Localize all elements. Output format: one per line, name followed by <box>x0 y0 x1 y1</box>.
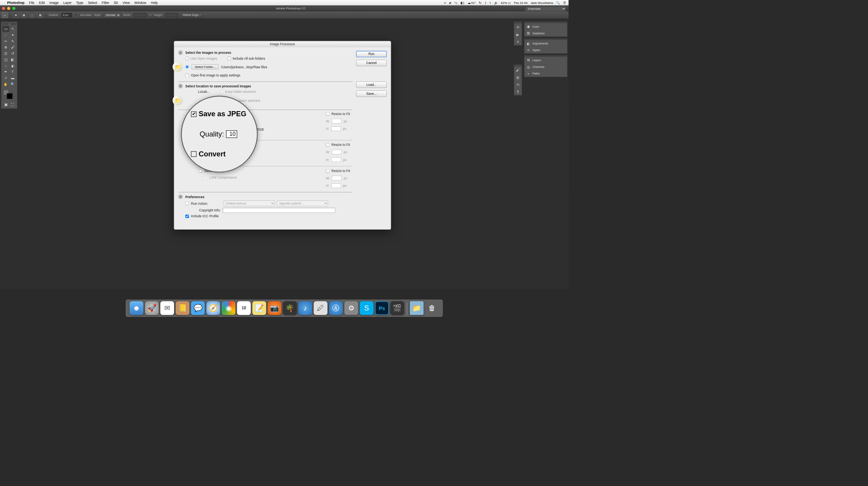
save-tiff-checkbox[interactable] <box>199 169 202 172</box>
include-subfolders-checkbox[interactable] <box>228 57 231 60</box>
select-folder-radio[interactable] <box>185 65 189 69</box>
color-swatches[interactable] <box>2 90 16 100</box>
messages-icon[interactable]: 💬 <box>191 301 205 315</box>
dodge-tool-icon[interactable]: ◐ <box>9 62 16 69</box>
notes-icon[interactable]: 📝 <box>252 301 266 315</box>
brush-panel-icon[interactable]: 🖌 <box>514 67 522 74</box>
tiff-resize-checkbox[interactable] <box>326 169 329 172</box>
safari-icon[interactable]: 🧭 <box>206 301 220 315</box>
skype-icon[interactable]: S <box>360 301 374 315</box>
run-button[interactable]: Run <box>356 51 387 57</box>
appstore-icon[interactable]: Ⓐ <box>329 301 343 315</box>
new-selection-icon[interactable]: ■ <box>13 12 18 18</box>
blur-tool-icon[interactable]: ○ <box>2 62 9 69</box>
use-open-images-radio[interactable] <box>185 57 189 60</box>
properties-icon[interactable]: ≡ <box>514 38 522 45</box>
menu-edit[interactable]: Edit <box>39 1 45 5</box>
panel-adjustments[interactable]: ◐Adjustments <box>524 40 567 47</box>
subtract-selection-icon[interactable]: ▢ <box>29 12 35 18</box>
actions-icon[interactable]: ▶ <box>514 31 522 38</box>
app-menu[interactable]: Photoshop <box>7 1 24 5</box>
crop-tool-icon[interactable]: ✂ <box>2 38 9 44</box>
mac-menubar[interactable]: Photoshop File Edit Image Layer Type Sel… <box>0 0 569 5</box>
hand-tool-icon[interactable]: ✋ <box>2 81 9 87</box>
path-select-tool-icon[interactable]: ⬀ <box>2 75 9 81</box>
menu-layer[interactable]: Layer <box>63 1 71 5</box>
run-action-checkbox[interactable] <box>185 202 189 205</box>
finder-icon[interactable]: ☻ <box>130 301 143 315</box>
magic-wand-tool-icon[interactable]: ✦ <box>9 32 16 38</box>
panel-layers[interactable]: ⧉Layers <box>524 57 567 64</box>
menu-select[interactable]: Select <box>88 1 97 5</box>
panel-styles[interactable]: fxStyles <box>524 47 567 53</box>
action-name-select[interactable]: Vignette (selecti... <box>277 200 328 206</box>
tool-preset-icon[interactable]: ▭ <box>2 12 7 18</box>
tiff-w-input[interactable] <box>332 176 342 181</box>
add-selection-icon[interactable]: ▣ <box>21 12 27 18</box>
panel-color[interactable]: ◉Color <box>524 23 567 30</box>
mail-icon[interactable]: ✉ <box>160 301 174 315</box>
status-battery[interactable]: 61% ▭ <box>501 1 510 4</box>
status-display-icon[interactable]: ⌥ <box>454 1 457 4</box>
panel-paths[interactable]: ⌁Paths <box>524 70 567 77</box>
gradient-tool-icon[interactable]: ◧ <box>9 57 16 63</box>
trash-icon[interactable]: 🗑 <box>425 301 439 315</box>
pen-tool-icon[interactable]: ✒ <box>2 69 9 75</box>
lasso-tool-icon[interactable]: ⟋ <box>2 32 9 38</box>
psd-w-input[interactable] <box>332 150 342 154</box>
status-battery-graphic-icon[interactable]: ▮▯ <box>461 1 464 4</box>
select-folder-button[interactable]: Select Folder... <box>192 64 219 69</box>
sysprefs-icon[interactable]: ⚙ <box>344 301 358 315</box>
action-set-select[interactable]: Default Actions <box>224 200 275 206</box>
menu-window[interactable]: Window <box>134 1 146 5</box>
shape-tool-icon[interactable]: ▬ <box>9 75 16 81</box>
eyedropper-tool-icon[interactable]: ✎ <box>9 38 16 44</box>
open-first-image-checkbox[interactable] <box>185 74 189 77</box>
brushpresets-icon[interactable]: ⊞ <box>514 74 522 81</box>
paragraph-panel-icon[interactable]: ¶ <box>514 88 522 95</box>
screenmode-tool-icon[interactable]: ⛶ <box>9 101 16 108</box>
jpeg-resize-checkbox[interactable] <box>326 112 329 115</box>
move-tool-icon[interactable]: ↖ <box>9 26 16 32</box>
status-volume-icon[interactable]: 🔊 <box>494 1 498 4</box>
zoom-tool-icon[interactable]: 🔍 <box>9 81 16 87</box>
history-icon[interactable]: ⟲ <box>514 24 522 31</box>
panel-swatches[interactable]: ⊞Swatches <box>524 30 567 37</box>
calendar-icon[interactable]: 10 <box>237 301 251 315</box>
launchpad-icon[interactable]: 🚀 <box>145 301 158 315</box>
menu-help[interactable]: Help <box>151 1 158 5</box>
psd-h-input[interactable] <box>331 157 341 162</box>
stamp-tool-icon[interactable]: ⊡ <box>2 50 9 57</box>
menu-3d[interactable]: 3D <box>114 1 118 5</box>
status-bluetooth-icon[interactable]: ᛒ <box>485 1 487 4</box>
status-wifi-icon[interactable]: ⌇ <box>489 1 491 4</box>
itools-icon[interactable]: 🖊 <box>314 301 327 315</box>
type-tool-icon[interactable]: T <box>9 69 16 75</box>
menu-image[interactable]: Image <box>50 1 59 5</box>
intersect-selection-icon[interactable]: ▦ <box>37 12 43 18</box>
status-temp[interactable]: ☁ 51° <box>468 1 476 4</box>
status-d-icon[interactable]: d <box>449 1 451 4</box>
imovie-icon[interactable]: 🎬 <box>390 301 404 315</box>
copyright-input[interactable] <box>223 208 335 213</box>
include-icc-checkbox[interactable] <box>185 215 189 218</box>
itunes-icon[interactable]: ♪ <box>298 301 312 315</box>
panel-channels[interactable]: ◎Channels <box>524 64 567 70</box>
psd-resize-checkbox[interactable] <box>326 143 329 146</box>
menu-view[interactable]: View <box>123 1 130 5</box>
load-button[interactable]: Load... <box>356 82 387 88</box>
menu-type[interactable]: Type <box>76 1 83 5</box>
workspace-select[interactable]: Essentials <box>525 6 566 11</box>
feather-input[interactable] <box>62 13 72 17</box>
save-button[interactable]: Save... <box>356 90 387 97</box>
contacts-icon[interactable]: 📒 <box>176 301 189 315</box>
chrome-icon[interactable]: ◉ <box>222 301 235 315</box>
character-panel-icon[interactable]: A| <box>514 81 522 88</box>
downloads-folder-icon[interactable]: 📁 <box>410 301 423 315</box>
tiff-h-input[interactable] <box>331 183 341 188</box>
status-clock[interactable]: Thu 21:44 <box>514 1 527 4</box>
jpeg-w-input[interactable] <box>332 119 342 124</box>
status-timemachine-icon[interactable]: ↻ <box>479 1 482 4</box>
history-brush-tool-icon[interactable]: ↺ <box>9 50 16 57</box>
marquee-tool-icon[interactable]: ▭ <box>2 26 9 32</box>
